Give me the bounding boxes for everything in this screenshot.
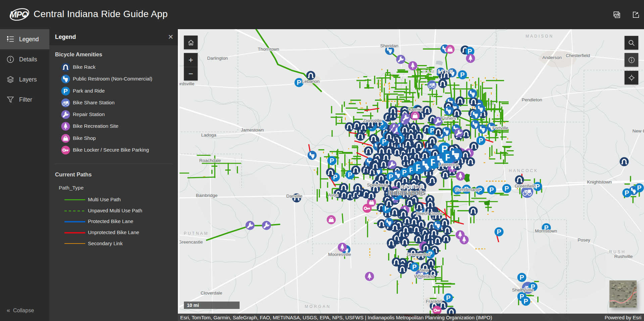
svg-text:Mooresville: Mooresville <box>328 252 351 257</box>
svg-text:Knightstown: Knightstown <box>587 179 612 184</box>
svg-text:Chesterfield: Chesterfield <box>566 53 590 58</box>
svg-text:Indianapolis: Indianapolis <box>388 189 426 196</box>
svg-text:Speedway: Speedway <box>367 182 388 188</box>
svg-text:Fishers: Fishers <box>441 116 456 121</box>
svg-text:Greencastle: Greencastle <box>179 239 203 245</box>
svg-text:Rushville: Rushville <box>614 254 633 259</box>
svg-text:MPO: MPO <box>10 10 29 19</box>
svg-text:MORGAN: MORGAN <box>305 304 331 309</box>
svg-text:MADISON: MADISON <box>526 34 554 39</box>
svg-text:Jamestown: Jamestown <box>241 127 264 132</box>
svg-text:Danville: Danville <box>286 194 302 199</box>
svg-text:Franklin: Franklin <box>426 299 442 304</box>
svg-text:Greenwood: Greenwood <box>407 252 430 257</box>
svg-text:Zionsville: Zionsville <box>363 118 382 123</box>
svg-text:Cloverdale: Cloverdale <box>201 290 222 296</box>
svg-text:Anderson: Anderson <box>542 55 562 60</box>
svg-text:Bainbridge: Bainbridge <box>196 193 218 198</box>
svg-text:Sheridan: Sheridan <box>380 43 398 48</box>
svg-text:Thorntown: Thorntown <box>258 47 279 52</box>
svg-text:PUTNAM: PUTNAM <box>184 231 209 236</box>
svg-text:RUSH: RUSH <box>609 250 626 254</box>
svg-text:Fortville: Fortville <box>492 125 508 130</box>
svg-text:New Castle: New Castle <box>632 128 644 133</box>
svg-text:Ladoga: Ladoga <box>201 132 216 138</box>
svg-text:HAMILTON: HAMILTON <box>423 69 454 74</box>
svg-text:Avon: Avon <box>328 193 339 198</box>
svg-text:Darlington: Darlington <box>207 56 228 61</box>
svg-text:New: New <box>419 268 429 273</box>
svg-text:Roachdale: Roachdale <box>199 158 221 163</box>
svg-text:Carmel: Carmel <box>408 107 423 112</box>
svg-text:Morristown: Morristown <box>535 228 557 233</box>
svg-text:Shelbyville: Shelbyville <box>512 287 534 292</box>
svg-text:Lawrence: Lawrence <box>439 162 458 167</box>
svg-text:Crawfordsville: Crawfordsville <box>178 81 194 86</box>
svg-text:Pendleton: Pendleton <box>522 97 542 102</box>
svg-text:Posey: Posey <box>578 237 590 243</box>
svg-text:HANCOCK: HANCOCK <box>509 168 538 173</box>
svg-text:Lebanon: Lebanon <box>302 79 320 84</box>
svg-text:Greenfield: Greenfield <box>515 183 536 189</box>
svg-text:Beech Grove: Beech Grove <box>416 211 443 216</box>
svg-text:Cumberland: Cumberland <box>455 187 480 192</box>
svg-text:Whiteland: Whiteland <box>414 274 434 279</box>
